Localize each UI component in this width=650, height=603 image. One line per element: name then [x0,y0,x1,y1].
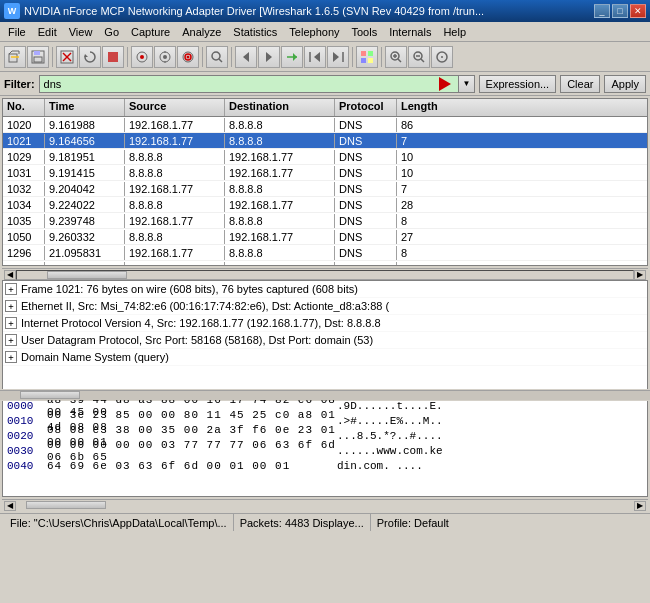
detail-row[interactable]: + Domain Name System (query) [3,349,647,366]
table-row[interactable]: 1034 9.224022 8.8.8.8 192.168.1.77 DNS 2… [3,197,647,213]
hex-horizontal-scrollbar[interactable]: ◀ ▶ [2,499,648,511]
menu-analyze[interactable]: Analyze [176,23,227,41]
zoom-out-button[interactable] [408,46,430,68]
close-capture-button[interactable] [56,46,78,68]
clear-filter-button[interactable]: Clear [560,75,600,93]
start-capture-button[interactable] [177,46,199,68]
cell-no: 1020 [3,118,45,132]
filter-dropdown-button[interactable]: ▼ [459,75,474,93]
hex-scroll-left-button[interactable]: ◀ [4,501,16,511]
cell-no: 1031 [3,166,45,180]
hex-dump: 0000 a8 39 44 d8 a3 88 00 16 17 74 82 e6… [2,397,648,497]
packet-list-header: No. Time Source Destination Protocol Len… [3,99,647,117]
cell-no: 1029 [3,150,45,164]
stop-button[interactable] [102,46,124,68]
table-row[interactable]: 1035 9.239748 192.168.1.77 8.8.8.8 DNS 8 [3,213,647,229]
apply-filter-button[interactable]: Apply [604,75,646,93]
detail-text: Internet Protocol Version 4, Src: 192.16… [21,317,381,329]
table-row[interactable]: 1297 21.115981 8.8.8.8 192.168.1.77 DNS … [3,261,647,265]
svg-line-38 [421,59,424,62]
cell-source: 192.168.1.77 [125,214,225,228]
save-button[interactable] [27,46,49,68]
cell-source: 192.168.1.77 [125,134,225,148]
cell-no: 1297 [3,262,45,266]
table-row[interactable]: 1020 9.161988 192.168.1.77 8.8.8.8 DNS 8… [3,117,647,133]
colorize-button[interactable] [356,46,378,68]
close-button[interactable]: ✕ [630,4,646,18]
detail-text: Domain Name System (query) [21,351,169,363]
header-no: No. [3,99,45,116]
svg-marker-25 [314,52,320,62]
back-button[interactable] [235,46,257,68]
header-length: Length [397,99,647,116]
detail-row[interactable]: + Frame 1021: 76 bytes on wire (608 bits… [3,281,647,298]
expand-button[interactable]: + [5,351,17,363]
table-row[interactable]: 1031 9.191415 8.8.8.8 192.168.1.77 DNS 1… [3,165,647,181]
profile-info-text: Profile: Default [377,517,449,529]
scroll-right-button[interactable]: ▶ [634,270,646,280]
zoom-normal-button[interactable] [431,46,453,68]
scroll-bar-area[interactable] [0,389,650,401]
detail-row[interactable]: + Internet Protocol Version 4, Src: 192.… [3,315,647,332]
hex-scroll-thumb[interactable] [26,501,106,509]
expand-button[interactable]: + [5,334,17,346]
menu-tools[interactable]: Tools [346,23,384,41]
menu-statistics[interactable]: Statistics [227,23,283,41]
filter-label: Filter: [4,78,35,90]
cell-destination: 8.8.8.8 [225,182,335,196]
menu-view[interactable]: View [63,23,99,41]
expand-button[interactable]: + [5,317,17,329]
menu-file[interactable]: File [2,23,32,41]
table-row[interactable]: 1296 21.095831 192.168.1.77 8.8.8.8 DNS … [3,245,647,261]
scroll-left-button[interactable]: ◀ [4,270,16,280]
table-row[interactable]: 1029 9.181951 8.8.8.8 192.168.1.77 DNS 1… [3,149,647,165]
hex-scroll-track [16,501,634,511]
menu-capture[interactable]: Capture [125,23,176,41]
hex-scroll-right-button[interactable]: ▶ [634,501,646,511]
cell-source: 8.8.8.8 [125,166,225,180]
scroll-thumb[interactable] [47,271,127,279]
cell-destination: 192.168.1.77 [225,198,335,212]
expression-button[interactable]: Expression... [479,75,557,93]
open-button[interactable] [4,46,26,68]
packet-details: + Frame 1021: 76 bytes on wire (608 bits… [2,280,648,390]
menu-edit[interactable]: Edit [32,23,63,41]
filter-input[interactable] [39,75,460,93]
cell-length: 10 [397,150,647,164]
reload-button[interactable] [79,46,101,68]
goto-button[interactable] [281,46,303,68]
capture-options-button[interactable] [154,46,176,68]
table-row[interactable]: 1021 9.164656 192.168.1.77 8.8.8.8 DNS 7 [3,133,647,149]
detail-text: User Datagram Protocol, Src Port: 58168 … [21,334,373,346]
svg-line-19 [219,59,222,62]
cell-source: 192.168.1.77 [125,182,225,196]
svg-rect-29 [368,51,373,56]
menu-help[interactable]: Help [437,23,472,41]
forward-button[interactable] [258,46,280,68]
maximize-button[interactable]: □ [612,4,628,18]
cell-destination: 8.8.8.8 [225,134,335,148]
minimize-button[interactable]: _ [594,4,610,18]
table-row[interactable]: 1050 9.260332 8.8.8.8 192.168.1.77 DNS 2… [3,229,647,245]
menu-go[interactable]: Go [98,23,125,41]
table-row[interactable]: 1032 9.204042 192.168.1.77 8.8.8.8 DNS 7 [3,181,647,197]
detail-row[interactable]: + User Datagram Protocol, Src Port: 5816… [3,332,647,349]
menu-telephony[interactable]: Telephony [283,23,345,41]
svg-point-12 [163,55,167,59]
expand-button[interactable]: + [5,283,17,295]
first-packet-button[interactable] [304,46,326,68]
expand-button[interactable]: + [5,300,17,312]
last-packet-button[interactable] [327,46,349,68]
header-protocol: Protocol [335,99,397,116]
hex-ascii: .>#.....E%...M.. [337,415,443,427]
capture-interfaces-button[interactable] [131,46,153,68]
zoom-in-button[interactable] [385,46,407,68]
horizontal-scrollbar[interactable]: ◀ ▶ [2,268,648,280]
cell-time: 9.164656 [45,134,125,148]
detail-row[interactable]: + Ethernet II, Src: Msi_74:82:e6 (00:16:… [3,298,647,315]
menu-internals[interactable]: Internals [383,23,437,41]
detail-text: Frame 1021: 76 bytes on wire (608 bits),… [21,283,358,295]
find-button[interactable] [206,46,228,68]
window-controls: _ □ ✕ [594,4,646,18]
status-file: File: "C:\Users\Chris\AppData\Local\Temp… [4,514,234,531]
